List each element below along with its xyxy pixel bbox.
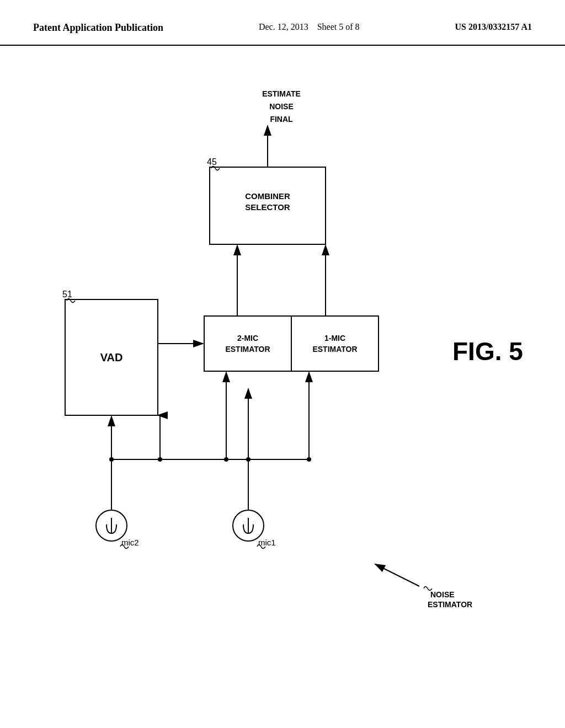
diagram-svg: COMBINER SELECTOR 45 FINAL NOISE ESTIMAT… <box>0 46 565 719</box>
page-header: Patent Application Publication Dec. 12, … <box>0 0 565 46</box>
block45-label: 45 <box>207 157 217 167</box>
junction-mic1-bus <box>246 457 250 462</box>
noise-estimator-arrow <box>375 564 419 586</box>
header-center: Dec. 12, 2013 Sheet 5 of 8 <box>259 22 360 32</box>
junction-2mic-left <box>224 457 228 462</box>
2mic-label-line2: ESTIMATOR <box>225 345 270 354</box>
publication-label: Patent Application Publication <box>33 22 163 34</box>
junction-1mic-bus <box>307 457 311 462</box>
junction-mic2-bus <box>109 457 114 462</box>
final-noise-label-line2: NOISE <box>269 102 294 111</box>
2mic-label-line1: 2-MIC <box>237 334 258 342</box>
final-noise-label-line1: FINAL <box>270 115 293 124</box>
noise-estimator-line2: ESTIMATOR <box>428 600 472 609</box>
1mic-label-line2: ESTIMATOR <box>312 345 357 354</box>
2mic-estimator-block <box>204 316 291 371</box>
patent-number: US 2013/0332157 A1 <box>455 22 532 32</box>
1mic-estimator-block <box>291 316 379 371</box>
1mic-label-line1: 1-MIC <box>324 334 345 342</box>
final-noise-label-line3: ESTIMATE <box>262 89 301 98</box>
noise-estimator-line1: NOISE <box>430 590 455 599</box>
combiner-label-line2: SELECTOR <box>245 202 290 212</box>
diagram-area: COMBINER SELECTOR 45 FINAL NOISE ESTIMAT… <box>0 46 565 719</box>
publication-date: Dec. 12, 2013 <box>259 22 308 31</box>
sheet-info: Sheet 5 of 8 <box>317 22 360 31</box>
block51-label: 51 <box>62 290 72 299</box>
vad-label: VAD <box>100 351 123 363</box>
fig5-label: FIG. 5 <box>452 337 523 366</box>
combiner-label-line1: COMBINER <box>245 191 290 201</box>
junction-vad-right <box>158 457 162 462</box>
